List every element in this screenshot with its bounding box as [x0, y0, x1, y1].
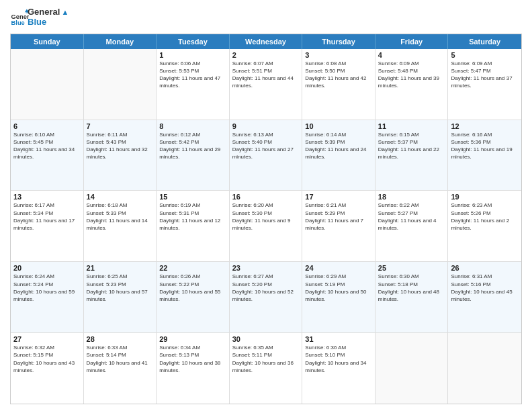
svg-text:General: General — [11, 13, 29, 19]
header-cell-monday: Monday — [84, 34, 157, 49]
calendar-week-5: 27Sunrise: 6:32 AMSunset: 5:15 PMDayligh… — [11, 332, 521, 404]
calendar-cell: 9Sunrise: 6:13 AMSunset: 5:40 PMDaylight… — [230, 120, 303, 191]
day-info: Sunrise: 6:11 AMSunset: 5:43 PMDaylight:… — [87, 131, 154, 161]
day-info: Sunrise: 6:18 AMSunset: 5:33 PMDaylight:… — [87, 201, 154, 232]
day-info: Sunrise: 6:21 AMSunset: 5:29 PMDaylight:… — [305, 201, 372, 232]
day-number: 9 — [232, 122, 300, 130]
calendar-header: SundayMondayTuesdayWednesdayThursdayFrid… — [11, 34, 521, 49]
day-number: 18 — [378, 193, 445, 201]
calendar-cell: 12Sunrise: 6:16 AMSunset: 5:36 PMDayligh… — [448, 120, 521, 191]
day-info: Sunrise: 6:09 AMSunset: 5:47 PMDaylight:… — [451, 60, 519, 90]
day-number: 3 — [305, 51, 372, 59]
day-number: 17 — [305, 193, 372, 201]
calendar-cell: 16Sunrise: 6:20 AMSunset: 5:30 PMDayligh… — [230, 191, 303, 261]
day-info: Sunrise: 6:06 AMSunset: 5:53 PMDaylight:… — [159, 60, 226, 90]
day-number: 10 — [305, 122, 372, 130]
calendar-cell: 21Sunrise: 6:25 AMSunset: 5:23 PMDayligh… — [84, 262, 157, 332]
day-number: 28 — [87, 335, 154, 343]
day-info: Sunrise: 6:31 AMSunset: 5:16 PMDaylight:… — [451, 273, 519, 303]
calendar-cell: 2Sunrise: 6:07 AMSunset: 5:51 PMDaylight… — [230, 49, 303, 120]
day-info: Sunrise: 6:09 AMSunset: 5:48 PMDaylight:… — [378, 60, 445, 90]
calendar-cell: 13Sunrise: 6:17 AMSunset: 5:34 PMDayligh… — [11, 191, 84, 261]
calendar-cell: 1Sunrise: 6:06 AMSunset: 5:53 PMDaylight… — [157, 49, 230, 120]
day-info: Sunrise: 6:07 AMSunset: 5:51 PMDaylight:… — [232, 60, 300, 90]
calendar-week-2: 6Sunrise: 6:10 AMSunset: 5:45 PMDaylight… — [11, 120, 521, 191]
day-info: Sunrise: 6:19 AMSunset: 5:31 PMDaylight:… — [159, 201, 226, 232]
day-info: Sunrise: 6:10 AMSunset: 5:45 PMDaylight:… — [13, 131, 81, 161]
calendar-cell: 31Sunrise: 6:36 AMSunset: 5:10 PMDayligh… — [302, 333, 375, 404]
logo: General Blue General▲ Blue — [10, 7, 69, 28]
calendar-cell: 23Sunrise: 6:27 AMSunset: 5:20 PMDayligh… — [230, 262, 303, 332]
calendar-cell: 19Sunrise: 6:23 AMSunset: 5:26 PMDayligh… — [448, 191, 521, 261]
day-number: 23 — [232, 264, 300, 272]
calendar-cell: 15Sunrise: 6:19 AMSunset: 5:31 PMDayligh… — [157, 191, 230, 261]
day-info: Sunrise: 6:20 AMSunset: 5:30 PMDaylight:… — [232, 201, 300, 232]
day-number: 20 — [13, 264, 81, 272]
header: General Blue General▲ Blue — [10, 7, 522, 28]
calendar-cell — [84, 49, 157, 120]
day-number: 30 — [232, 335, 300, 343]
calendar-cell — [11, 49, 84, 120]
calendar-cell: 28Sunrise: 6:33 AMSunset: 5:14 PMDayligh… — [84, 333, 157, 404]
calendar-cell: 22Sunrise: 6:26 AMSunset: 5:22 PMDayligh… — [157, 262, 230, 332]
calendar-cell: 29Sunrise: 6:34 AMSunset: 5:13 PMDayligh… — [157, 333, 230, 404]
calendar-cell — [448, 333, 521, 404]
logo-blue: Blue — [28, 17, 69, 28]
header-cell-thursday: Thursday — [302, 34, 375, 49]
calendar-cell: 26Sunrise: 6:31 AMSunset: 5:16 PMDayligh… — [448, 262, 521, 332]
day-number: 11 — [378, 122, 445, 130]
day-number: 14 — [87, 193, 154, 201]
calendar-cell: 25Sunrise: 6:30 AMSunset: 5:18 PMDayligh… — [375, 262, 449, 332]
calendar-cell: 18Sunrise: 6:22 AMSunset: 5:27 PMDayligh… — [375, 191, 449, 261]
day-number: 25 — [378, 264, 445, 272]
header-cell-saturday: Saturday — [448, 34, 521, 49]
logo-icon: General Blue — [10, 8, 29, 27]
calendar-week-1: 1Sunrise: 6:06 AMSunset: 5:53 PMDaylight… — [11, 49, 521, 120]
day-number: 7 — [87, 122, 154, 130]
day-info: Sunrise: 6:14 AMSunset: 5:39 PMDaylight:… — [305, 131, 372, 161]
day-number: 21 — [87, 264, 154, 272]
day-number: 31 — [305, 335, 372, 343]
day-info: Sunrise: 6:24 AMSunset: 5:24 PMDaylight:… — [13, 273, 81, 303]
day-number: 26 — [451, 264, 519, 272]
day-info: Sunrise: 6:35 AMSunset: 5:11 PMDaylight:… — [232, 344, 300, 374]
day-number: 8 — [159, 122, 226, 130]
calendar-cell: 27Sunrise: 6:32 AMSunset: 5:15 PMDayligh… — [11, 333, 84, 404]
calendar-cell: 30Sunrise: 6:35 AMSunset: 5:11 PMDayligh… — [230, 333, 303, 404]
day-info: Sunrise: 6:17 AMSunset: 5:34 PMDaylight:… — [13, 201, 81, 232]
day-number: 22 — [159, 264, 226, 272]
day-info: Sunrise: 6:23 AMSunset: 5:26 PMDaylight:… — [451, 201, 519, 232]
calendar-cell: 6Sunrise: 6:10 AMSunset: 5:45 PMDaylight… — [11, 120, 84, 191]
day-number: 4 — [378, 51, 445, 59]
day-info: Sunrise: 6:30 AMSunset: 5:18 PMDaylight:… — [378, 273, 445, 303]
day-info: Sunrise: 6:22 AMSunset: 5:27 PMDaylight:… — [378, 201, 445, 232]
day-number: 15 — [159, 193, 226, 201]
day-info: Sunrise: 6:33 AMSunset: 5:14 PMDaylight:… — [87, 344, 154, 374]
svg-text:Blue: Blue — [11, 19, 25, 26]
calendar-cell: 4Sunrise: 6:09 AMSunset: 5:48 PMDaylight… — [375, 49, 449, 120]
day-number: 16 — [232, 193, 300, 201]
day-number: 6 — [13, 122, 81, 130]
day-info: Sunrise: 6:36 AMSunset: 5:10 PMDaylight:… — [305, 344, 372, 374]
calendar-cell: 5Sunrise: 6:09 AMSunset: 5:47 PMDaylight… — [448, 49, 521, 120]
calendar-cell: 11Sunrise: 6:15 AMSunset: 5:37 PMDayligh… — [375, 120, 449, 191]
day-info: Sunrise: 6:16 AMSunset: 5:36 PMDaylight:… — [451, 131, 519, 161]
day-info: Sunrise: 6:27 AMSunset: 5:20 PMDaylight:… — [232, 273, 300, 303]
day-info: Sunrise: 6:25 AMSunset: 5:23 PMDaylight:… — [87, 273, 154, 303]
header-cell-friday: Friday — [375, 34, 449, 49]
header-cell-tuesday: Tuesday — [157, 34, 230, 49]
day-number: 19 — [451, 193, 519, 201]
day-number: 5 — [451, 51, 519, 59]
calendar-cell: 24Sunrise: 6:29 AMSunset: 5:19 PMDayligh… — [302, 262, 375, 332]
calendar: SundayMondayTuesdayWednesdayThursdayFrid… — [10, 34, 522, 404]
calendar-cell: 7Sunrise: 6:11 AMSunset: 5:43 PMDaylight… — [84, 120, 157, 191]
day-info: Sunrise: 6:32 AMSunset: 5:15 PMDaylight:… — [13, 344, 81, 374]
calendar-cell: 8Sunrise: 6:12 AMSunset: 5:42 PMDaylight… — [157, 120, 230, 191]
day-info: Sunrise: 6:12 AMSunset: 5:42 PMDaylight:… — [159, 131, 226, 161]
calendar-week-4: 20Sunrise: 6:24 AMSunset: 5:24 PMDayligh… — [11, 261, 521, 332]
day-info: Sunrise: 6:29 AMSunset: 5:19 PMDaylight:… — [305, 273, 372, 303]
calendar-body: 1Sunrise: 6:06 AMSunset: 5:53 PMDaylight… — [11, 49, 521, 404]
day-number: 1 — [159, 51, 226, 59]
day-number: 13 — [13, 193, 81, 201]
day-info: Sunrise: 6:34 AMSunset: 5:13 PMDaylight:… — [159, 344, 226, 374]
